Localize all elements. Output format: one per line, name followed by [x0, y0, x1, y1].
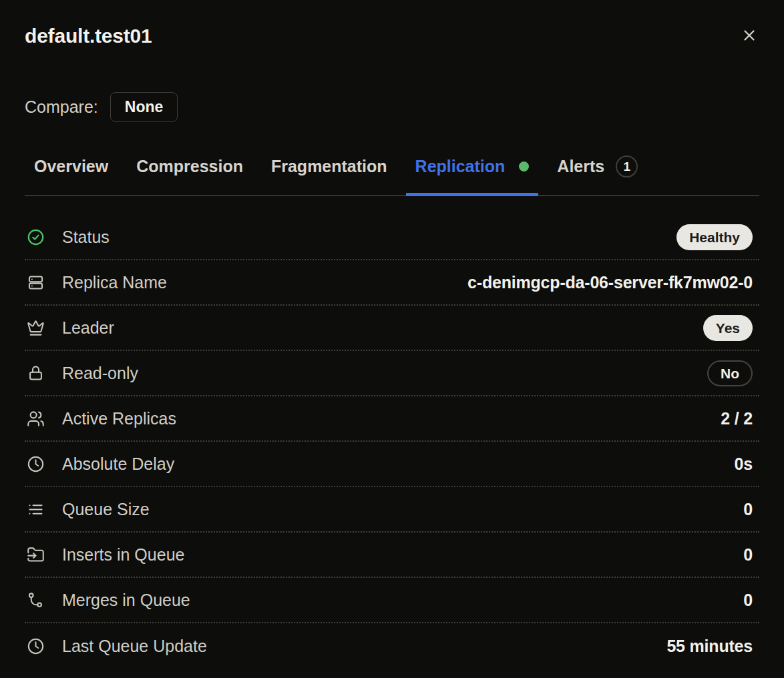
- alerts-count-badge: 1: [616, 155, 638, 178]
- row-label: Queue Size: [62, 500, 150, 519]
- tab-label: Replication: [415, 157, 506, 176]
- status-badge: No: [707, 360, 753, 386]
- close-button[interactable]: [739, 25, 759, 45]
- table-details-panel: default.test01 Compare: None Overview Co…: [0, 0, 784, 678]
- row-value: 2 / 2: [721, 409, 753, 428]
- tab-alerts[interactable]: Alerts 1: [548, 153, 647, 196]
- tab-fragmentation[interactable]: Fragmentation: [262, 153, 397, 196]
- tab-overview[interactable]: Overview: [25, 153, 118, 196]
- compare-select-button[interactable]: None: [110, 92, 178, 122]
- panel-header: default.test01: [25, 24, 759, 48]
- details-list: Status Healthy Replica Name c-denimgcp-d…: [25, 215, 759, 669]
- row-value: 0: [743, 500, 753, 519]
- tab-compression[interactable]: Compression: [127, 153, 252, 196]
- table-row: Replica Name c-denimgcp-da-06-server-fk7…: [25, 260, 759, 306]
- row-label: Absolute Delay: [62, 454, 174, 474]
- status-badge: Healthy: [676, 224, 753, 250]
- row-value: 55 minutes: [666, 637, 753, 656]
- row-label: Status: [62, 228, 110, 247]
- compare-row: Compare: None: [25, 92, 759, 122]
- compare-label: Compare:: [25, 97, 98, 117]
- circle-check-icon: [27, 228, 45, 246]
- users-icon: [27, 410, 45, 428]
- row-value: c-denimgcp-da-06-server-fk7mw02-0: [467, 273, 753, 292]
- row-label: Leader: [62, 318, 114, 338]
- list-icon: [27, 500, 45, 519]
- tab-label: Alerts: [557, 157, 604, 176]
- table-row: Last Queue Update 55 minutes: [25, 623, 759, 669]
- row-value: 0s: [735, 454, 753, 474]
- tab-label: Overview: [34, 157, 108, 176]
- table-row: Leader Yes: [25, 306, 759, 351]
- table-row: Read-only No: [25, 351, 759, 396]
- row-label: Last Queue Update: [62, 637, 207, 656]
- clock-icon: [27, 637, 45, 655]
- folder-input-icon: [27, 546, 45, 564]
- table-row: Queue Size 0: [25, 487, 759, 533]
- row-label: Active Replicas: [62, 409, 176, 428]
- clock-icon: [27, 455, 45, 473]
- table-row: Status Healthy: [25, 215, 759, 260]
- close-icon: [741, 27, 758, 44]
- crown-icon: [27, 319, 45, 337]
- row-value: 0: [743, 545, 753, 565]
- table-row: Absolute Delay 0s: [25, 442, 759, 487]
- lock-icon: [27, 364, 45, 382]
- tab-label: Fragmentation: [271, 157, 387, 176]
- row-value: 0: [743, 591, 753, 610]
- green-status-dot-icon: [519, 161, 529, 172]
- status-badge: Yes: [703, 315, 753, 341]
- table-row: Merges in Queue 0: [25, 578, 759, 623]
- git-merge-icon: [27, 591, 45, 609]
- server-icon: [27, 274, 45, 292]
- page-title: default.test01: [25, 24, 152, 48]
- row-label: Inserts in Queue: [62, 545, 184, 565]
- row-label: Merges in Queue: [62, 591, 190, 610]
- tab-label: Compression: [136, 157, 243, 176]
- row-label: Read-only: [62, 364, 138, 383]
- tab-replication[interactable]: Replication: [406, 153, 539, 196]
- row-label: Replica Name: [62, 273, 167, 292]
- table-row: Active Replicas 2 / 2: [25, 396, 759, 442]
- table-row: Inserts in Queue 0: [25, 533, 759, 578]
- tab-bar: Overview Compression Fragmentation Repli…: [25, 153, 759, 196]
